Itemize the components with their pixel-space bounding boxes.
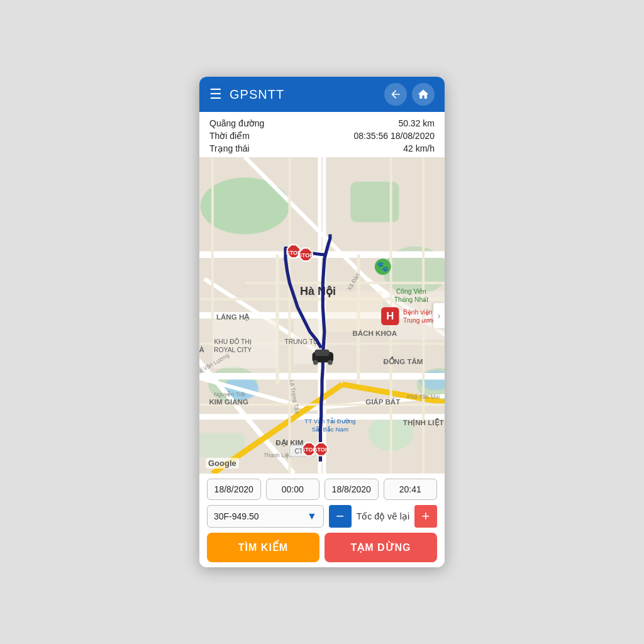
time-from-field[interactable]: 00:00 [266, 479, 320, 500]
vehicle-dropdown[interactable]: 30F-949.50 ▼ [207, 505, 324, 528]
svg-text:Phố Tân Mai: Phố Tân Mai [407, 394, 440, 400]
map-area[interactable]: LÁNG HẠ HOÀ KHU ĐÔ THỊ ROYAL CITY TRUNG … [199, 157, 445, 474]
speed-increase-button[interactable]: + [414, 505, 437, 528]
svg-point-79 [328, 360, 333, 365]
map-svg: LÁNG HẠ HOÀ KHU ĐÔ THỊ ROYAL CITY TRUNG … [199, 157, 445, 474]
svg-text:Hà Nội: Hà Nội [300, 285, 336, 297]
app-title: GPSNTT [230, 87, 384, 102]
status-value: 42 km/h [403, 143, 435, 153]
speed-decrease-button[interactable]: − [329, 505, 352, 528]
svg-text:ĐỒNG TÂM: ĐỒNG TÂM [383, 356, 423, 365]
vehicle-id: 30F-949.50 [214, 511, 259, 521]
svg-point-78 [313, 360, 318, 365]
svg-text:Thống Nhất: Thống Nhất [394, 296, 428, 303]
map-handle[interactable]: › [433, 303, 445, 328]
time-row: Thời điểm 08:35:56 18/08/2020 [209, 130, 435, 142]
menu-icon[interactable]: ☰ [209, 86, 222, 103]
svg-text:HOÀ: HOÀ [199, 345, 205, 353]
info-panel: Quãng đường 50.32 km Thời điểm 08:35:56 … [199, 112, 445, 157]
svg-text:ROYAL CITY: ROYAL CITY [214, 347, 252, 353]
svg-text:LÁNG HẠ: LÁNG HẠ [216, 313, 250, 321]
svg-rect-77 [314, 350, 329, 356]
google-logo: Google [206, 458, 239, 469]
svg-text:STOP: STOP [314, 447, 329, 453]
svg-text:Nguyễn Trãi: Nguyễn Trãi [214, 391, 245, 397]
pause-button[interactable]: TẠM DỪNG [325, 533, 437, 562]
svg-text:KHU ĐÔ THỊ: KHU ĐÔ THỊ [214, 338, 251, 345]
distance-label: Quãng đường [209, 118, 264, 128]
svg-text:Trung ương: Trung ương [403, 317, 436, 324]
date-to-field[interactable]: 18/8/2020 [325, 479, 379, 500]
back-button[interactable] [384, 83, 407, 106]
svg-text:H: H [386, 310, 394, 322]
bottom-controls: 18/8/2020 00:00 18/8/2020 20:41 30F-949.… [199, 474, 445, 567]
svg-text:Thanh Liệt: Thanh Liệt [264, 452, 291, 458]
svg-text:THỊNH LIỆT: THỊNH LIỆT [403, 418, 444, 427]
status-label: Trạng thái [209, 143, 250, 153]
distance-row: Quãng đường 50.32 km [209, 117, 435, 130]
time-label: Thời điểm [209, 131, 250, 141]
svg-text:Sắt Bắc Nam: Sắt Bắc Nam [312, 426, 348, 433]
svg-text:🐾: 🐾 [377, 260, 389, 272]
date-time-row: 18/8/2020 00:00 18/8/2020 20:41 [207, 479, 437, 500]
vehicle-speed-row: 30F-949.50 ▼ − Tốc độ vẽ lại + [207, 505, 437, 528]
dropdown-arrow-icon: ▼ [307, 511, 317, 522]
speed-label: Tốc độ vẽ lại [357, 511, 409, 521]
status-row: Trạng thái 42 km/h [209, 142, 435, 155]
action-row: TÌM KIẾM TẠM DỪNG [207, 533, 437, 562]
svg-text:TRUNG TỰ: TRUNG TỰ [284, 338, 319, 345]
time-value: 08:35:56 18/08/2020 [354, 131, 435, 141]
svg-text:BÁCH KHOA: BÁCH KHOA [352, 329, 397, 337]
time-to-field[interactable]: 20:41 [384, 479, 438, 500]
svg-text:STOP: STOP [298, 252, 313, 258]
app-header: ☰ GPSNTT [199, 77, 445, 112]
distance-value: 50.32 km [398, 118, 435, 128]
svg-text:KIM GIANG: KIM GIANG [209, 397, 248, 406]
svg-text:GIÁP BÁT: GIÁP BÁT [365, 397, 400, 406]
date-from-field[interactable]: 18/8/2020 [207, 479, 261, 500]
search-button[interactable]: TÌM KIẾM [207, 533, 319, 562]
header-actions [384, 83, 435, 106]
home-button[interactable] [412, 83, 435, 106]
svg-text:TT Vận Tải Đường: TT Vận Tải Đường [304, 418, 355, 425]
svg-text:Công Viên: Công Viên [396, 288, 426, 295]
phone-container: ☰ GPSNTT Quãng đường 50.32 km Thời điểm … [199, 77, 445, 567]
